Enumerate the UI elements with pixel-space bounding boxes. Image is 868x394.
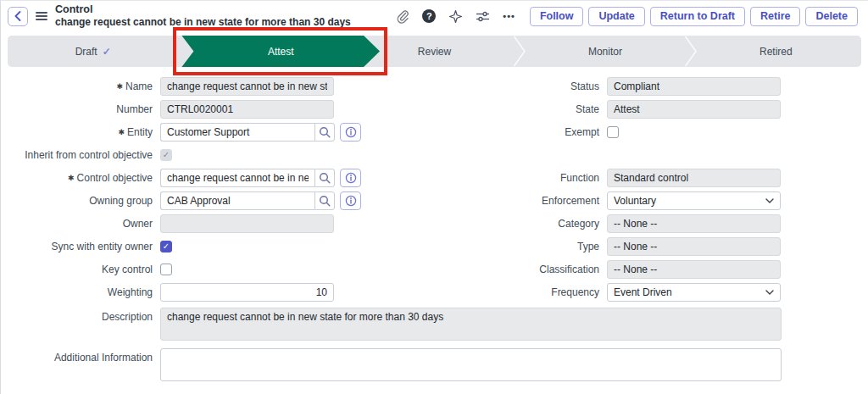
form-left-column: ✱Name Number ✱Entity [1,75,435,303]
process-flow-bar: Draft ✓ Review Monitor Retired Attest [8,36,861,67]
description-field: change request cannot be in new state fo… [160,308,782,341]
entity-field[interactable] [160,123,314,142]
info-icon [345,126,357,138]
update-button[interactable]: Update [588,7,644,26]
form-right-column: Status State Exempt Function E [435,75,868,303]
field-row-description: Description change request cannot be in … [1,308,868,341]
key-control-checkbox[interactable] [160,264,172,275]
info-icon [345,195,357,207]
sync-owner-label: Sync with entity owner [1,241,160,252]
stage-attest-label: Attest [268,46,294,58]
field-row-frequency: Frequency Event Driven [435,280,868,303]
field-row-owner: Owner [1,212,435,235]
field-row-sync-owner: Sync with entity owner ✓ [1,235,435,258]
classification-label: Classification [435,264,607,275]
frequency-label: Frequency [435,286,607,298]
attachment-button[interactable] [396,9,409,24]
field-row-key-control: Key control [1,258,435,280]
paperclip-icon [396,9,409,24]
personalize-form-button[interactable] [476,10,490,23]
additional-information-label: Additional Information [1,348,160,363]
help-icon: ? [422,9,436,23]
stage-review-label: Review [418,46,451,58]
control-objective-preview-button[interactable] [340,169,361,187]
sync-owner-checkbox[interactable]: ✓ [160,241,172,252]
stage-retired[interactable]: Retired [691,36,861,67]
additional-information-field[interactable] [160,348,782,381]
enforcement-select[interactable]: Voluntary [607,191,781,210]
stage-draft[interactable]: Draft ✓ [8,36,178,67]
function-label: Function [435,172,607,184]
sliders-icon [476,10,490,23]
exempt-label: Exempt [435,126,607,138]
record-subtitle: change request cannot be in new state fo… [55,16,351,28]
inherit-label: Inherit from control objective [1,149,160,161]
insights-button[interactable] [448,9,463,24]
key-control-label: Key control [1,264,160,275]
exempt-checkbox[interactable] [607,126,619,138]
control-objective-field[interactable] [160,169,314,187]
stage-draft-label: Draft [75,46,97,58]
enforcement-label: Enforcement [435,195,607,207]
required-icon: ✱ [118,128,125,136]
delete-button[interactable]: Delete [805,7,858,26]
field-row-name: ✱Name [1,75,435,97]
follow-button[interactable]: Follow [530,7,584,26]
page-title: Control [55,3,351,16]
field-row-exempt: Exempt [435,120,868,143]
control-objective-reference-group [160,169,335,187]
field-row-status: Status [435,75,868,97]
back-button[interactable] [8,7,28,26]
context-menu-icon[interactable] [36,12,47,20]
frequency-select[interactable]: Event Driven [607,283,781,302]
name-label: ✱Name [1,80,160,92]
return-to-draft-button[interactable]: Return to Draft [650,7,745,26]
field-row-function: Function [435,166,868,189]
field-row-number: Number [1,97,435,120]
owning-group-preview-button[interactable] [340,191,361,210]
retire-button[interactable]: Retire [750,7,800,26]
chevron-down-icon [765,198,774,203]
control-record-page: Control change request cannot be in new … [0,0,868,394]
field-row-type: Type [435,235,868,258]
stage-monitor-label: Monitor [588,46,622,58]
more-icon: ••• [503,11,515,21]
field-row-control-objective: ✱Control objective [1,166,435,189]
control-objective-lookup-button[interactable] [314,169,335,187]
status-field [607,77,781,96]
entity-preview-button[interactable] [340,123,361,142]
search-icon [319,195,331,207]
number-field [160,100,334,119]
inherit-checkbox: ✓ [160,149,172,161]
help-button[interactable]: ? [422,9,436,23]
owning-group-lookup-button[interactable] [314,191,335,210]
field-row-category: Category [435,212,868,235]
control-objective-label: ✱Control objective [1,172,160,184]
more-options-button[interactable]: ••• [503,11,515,21]
search-icon [319,172,331,184]
stage-retired-label: Retired [760,46,793,58]
state-label: State [435,103,607,115]
number-label: Number [1,103,160,115]
entity-lookup-button[interactable] [314,123,335,142]
stage-complete-check-icon: ✓ [103,46,111,58]
info-icon [345,172,357,184]
search-icon [319,126,331,138]
stage-attest-current[interactable]: Attest [181,36,380,67]
type-label: Type [435,241,607,252]
type-field [607,237,781,256]
field-row-spacer [435,143,868,166]
owning-group-label: Owning group [1,195,160,207]
field-row-classification: Classification [435,258,868,280]
field-row-enforcement: Enforcement Voluntary [435,189,868,212]
status-label: Status [435,80,607,92]
entity-reference-group [160,123,335,142]
field-row-additional-information: Additional Information [1,348,868,381]
description-label: Description [1,308,160,323]
owning-group-reference-group [160,191,335,210]
stage-monitor[interactable]: Monitor [520,36,690,67]
frequency-value: Event Driven [614,286,765,298]
header-actions: ? ••• Follow Update R [396,7,858,26]
owning-group-field[interactable] [160,191,314,210]
weighting-field[interactable] [160,283,334,302]
